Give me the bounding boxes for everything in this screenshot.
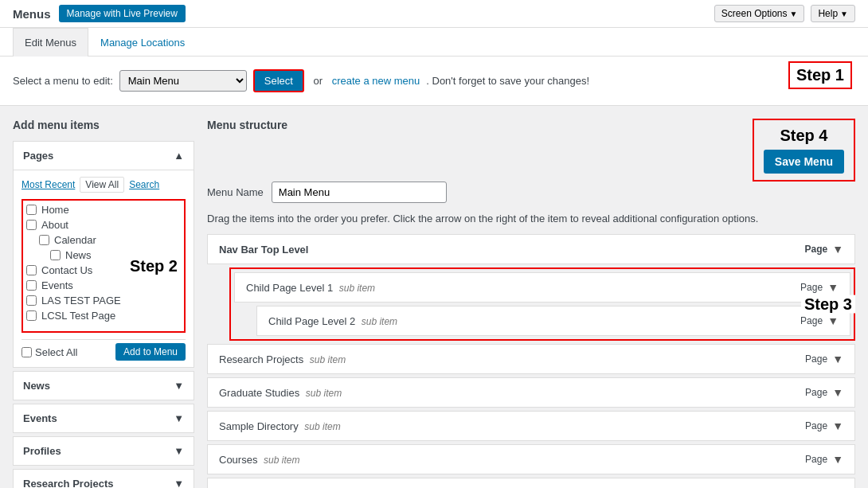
page-checkbox-about[interactable] (26, 220, 37, 230)
menu-item-right: Page ▼ (805, 386, 843, 399)
step4-box: Step 4 Save Menu (753, 119, 855, 182)
page-checkbox-news[interactable] (50, 250, 61, 260)
menu-item-arrow-icon[interactable]: ▼ (832, 420, 843, 432)
menu-item-type: Page (805, 420, 827, 431)
step1-box: Step 1 (788, 61, 852, 89)
page-checkbox-calendar[interactable] (39, 235, 49, 245)
menu-item-arrow-icon[interactable]: ▼ (832, 243, 843, 256)
sub-item-tag: sub item (310, 354, 346, 365)
menu-item-right: Page ▼ (805, 353, 843, 365)
menu-structure: Nav Bar Top Level Page ▼ Child Page Leve… (207, 234, 855, 488)
page-label: Home (41, 204, 69, 216)
help-button[interactable]: Help ▼ (811, 5, 855, 22)
pages-tab-most-recent[interactable]: Most Recent (22, 179, 75, 190)
menu-item-type: Page (800, 315, 823, 326)
page-checkbox-events[interactable] (26, 280, 37, 291)
left-sidebar: Add menu items Pages ▲ Most Recent View … (13, 119, 194, 488)
menu-structure-title: Menu structure (207, 119, 287, 131)
page-checkbox-home[interactable] (26, 205, 37, 215)
menu-name-input[interactable] (272, 182, 447, 203)
page-checkbox-las-test[interactable] (26, 295, 37, 306)
accordion-profiles: Profiles ▼ (13, 436, 194, 466)
menu-item-label: Courses sub item (219, 454, 805, 466)
menu-item-label: Sample Directory sub item (219, 420, 805, 432)
select-all-label[interactable]: Select All (22, 346, 77, 358)
sub-item-tag: sub item (304, 421, 340, 432)
page-label: LAS TEST PAGE (41, 295, 121, 306)
pages-header[interactable]: Pages ▲ (14, 142, 194, 170)
menu-item-right: Page ▼ (805, 453, 843, 466)
menu-select-label: Select a menu to edit: (13, 75, 113, 87)
add-to-menu-button[interactable]: Add to Menu (115, 343, 186, 361)
menu-item-type: Page (805, 454, 827, 465)
step4-label: Step 4 (764, 127, 844, 145)
menu-item-right: Page ▼ (804, 243, 843, 256)
menu-item-label: Nav Bar Top Level (219, 244, 804, 256)
hint-text: . Don't forget to save your changes! (426, 75, 589, 87)
page-label: LCSL Test Page (41, 310, 115, 322)
accordion-profiles-header[interactable]: Profiles ▼ (14, 437, 194, 465)
menus-title: Menus (13, 7, 51, 21)
top-bar: Menus Manage with Live Preview Screen Op… (0, 0, 868, 28)
menu-item-arrow-icon[interactable]: ▼ (827, 314, 839, 327)
menu-item-arrow-icon[interactable]: ▼ (832, 386, 843, 399)
top-bar-left: Menus Manage with Live Preview (13, 5, 186, 22)
menu-item-label: Child Page Level 2 sub item (268, 315, 800, 327)
accordion-news-chevron-icon: ▼ (174, 380, 184, 392)
top-bar-right: Screen Options ▼ Help ▼ (714, 5, 855, 22)
sub-item-tag: sub item (264, 455, 299, 466)
menu-item-label: Graduate Studies sub item (219, 387, 805, 399)
menu-item-type: Page (805, 387, 827, 398)
right-content: Menu structure Step 4 Save Menu Menu Nam… (207, 119, 855, 488)
page-label: Calendar (54, 234, 96, 246)
pages-tab-view-all[interactable]: View All (80, 177, 124, 193)
menu-item-right: Page ▼ (800, 314, 839, 327)
sub-item-tag: sub item (362, 316, 397, 327)
list-item: Events (26, 279, 181, 291)
select-button[interactable]: Select (253, 69, 304, 92)
accordion-news: News ▼ (13, 371, 194, 400)
pages-body: Most Recent View All Search Home About (14, 170, 194, 367)
page-checkbox-contact[interactable] (26, 265, 37, 275)
menu-item-child-level-2: Child Page Level 2 sub item Page ▼ (256, 306, 850, 336)
select-all-checkbox[interactable] (22, 347, 32, 357)
accordion-events: Events ▼ (13, 404, 194, 433)
pages-tab-search[interactable]: Search (129, 179, 159, 190)
create-new-menu-link[interactable]: create a new menu (332, 75, 420, 87)
list-item: About (26, 219, 181, 231)
save-menu-button[interactable]: Save Menu (764, 150, 844, 174)
page-label: About (41, 219, 68, 231)
page-label: Events (41, 279, 73, 291)
menu-item-nav-bar-top: Nav Bar Top Level Page ▼ (207, 234, 855, 264)
step2-label: Step 2 (130, 257, 178, 275)
menu-select-dropdown[interactable]: Main Menu Footer Menu Side Menu (119, 70, 247, 92)
accordion-events-chevron-icon: ▼ (174, 412, 184, 424)
menu-name-label: Menu Name (207, 186, 264, 198)
step3-label: Step 3 (801, 295, 855, 314)
menu-item-graduate-studies: Graduate Studies sub item Page ▼ (207, 377, 855, 408)
menu-item-sample-directory: Sample Directory sub item Page ▼ (207, 411, 855, 441)
menu-item-right: Page ▼ (805, 420, 843, 432)
right-header: Menu structure Step 4 Save Menu (207, 119, 855, 182)
tab-manage-locations[interactable]: Manage Locations (88, 28, 197, 57)
accordion-news-header[interactable]: News ▼ (14, 372, 194, 400)
pages-tab-row: Most Recent View All Search (22, 177, 186, 193)
screen-options-button[interactable]: Screen Options ▼ (714, 5, 805, 22)
accordion-events-header[interactable]: Events ▼ (14, 404, 194, 432)
main-layout: Add menu items Pages ▲ Most Recent View … (0, 106, 868, 488)
tab-edit-menus[interactable]: Edit Menus (13, 28, 88, 57)
menu-item-arrow-icon[interactable]: ▼ (832, 353, 843, 365)
menu-item-arrow-icon[interactable]: ▼ (832, 453, 843, 466)
menu-item-type: Page (805, 353, 827, 365)
menu-item-arrow-icon[interactable]: ▼ (827, 281, 839, 294)
accordion-research-projects-header[interactable]: Research Projects ▼ (14, 470, 194, 488)
select-all-row: Select All Add to Menu (22, 339, 186, 361)
step1-container: Step 1 Select a menu to edit: Main Menu … (0, 57, 868, 106)
pages-chevron-icon: ▲ (174, 150, 184, 162)
list-item: LCSL Test Page (26, 310, 181, 322)
live-preview-button[interactable]: Manage with Live Preview (59, 5, 186, 22)
menu-item-child-level-1: Child Page Level 1 sub item Page ▼ (234, 272, 850, 303)
page-checkbox-lcsl-test[interactable] (26, 310, 37, 321)
list-item: LAS TEST PAGE (26, 295, 181, 306)
menu-item-type: Page (804, 244, 827, 255)
